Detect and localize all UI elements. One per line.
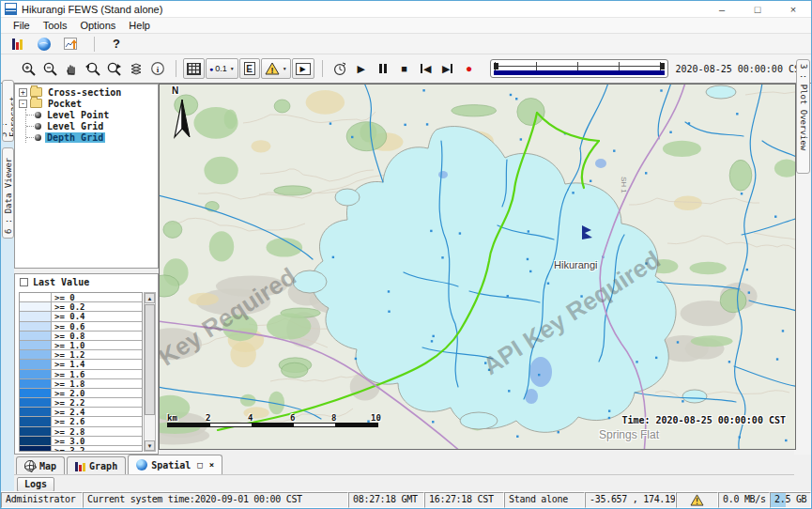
status-transfer-rate: 0.0 MB/s bbox=[718, 492, 770, 508]
slider-end-handle[interactable] bbox=[660, 63, 665, 69]
zoom-previous-icon[interactable] bbox=[83, 58, 103, 79]
svg-text:!: ! bbox=[695, 497, 699, 506]
map-view[interactable]: API Key Required API Key Required N Hiku… bbox=[159, 84, 796, 450]
zoom-in-icon[interactable] bbox=[18, 58, 38, 79]
tab-close-icon[interactable]: × bbox=[209, 460, 214, 470]
tree-item-pocket[interactable]: - Pocket bbox=[17, 98, 158, 109]
tree-item-cross-section[interactable]: + Cross-section bbox=[17, 86, 158, 98]
app-window: Hikurangi FEWS (Stand alone) – □ × FileT… bbox=[0, 0, 812, 509]
time-slider[interactable] bbox=[490, 59, 668, 78]
folder-icon bbox=[30, 87, 42, 97]
legend-row[interactable]: >= 0.4 bbox=[20, 312, 142, 321]
legend-row[interactable]: >= 2.0 bbox=[20, 389, 142, 398]
menu-item-help[interactable]: Help bbox=[122, 19, 157, 32]
status-coordinates: -35.657 , 174.199 bbox=[585, 492, 676, 508]
legend-swatch bbox=[20, 302, 52, 311]
globe-icon[interactable] bbox=[34, 34, 54, 54]
legend-swatch bbox=[20, 437, 52, 445]
legend-row[interactable]: >= 1.2 bbox=[20, 350, 142, 360]
close-button[interactable]: × bbox=[775, 1, 811, 17]
animation-window-button[interactable]: ▶ bbox=[292, 58, 314, 79]
layer-tree-panel: + Cross-section - Pocket Level Point Lev… bbox=[14, 84, 159, 269]
legend-row[interactable]: >= 0.8 bbox=[20, 332, 142, 341]
legend-label: >= 1.8 bbox=[52, 379, 142, 388]
legend-row[interactable]: >= 0.6 bbox=[20, 322, 142, 332]
skip-to-end-button[interactable]: ▶ bbox=[437, 58, 458, 79]
last-value-checkbox[interactable] bbox=[20, 278, 28, 286]
legend-row[interactable]: >= 2.6 bbox=[20, 417, 142, 426]
legend-row[interactable]: >= 3.2 bbox=[20, 446, 142, 452]
layers-icon[interactable] bbox=[126, 58, 146, 79]
tab-plot-overview[interactable]: 3 : Plot Overview bbox=[796, 59, 810, 174]
globe-icon bbox=[136, 459, 147, 470]
scale-unit: km bbox=[167, 413, 177, 423]
tab-spatial[interactable]: Spatial □ × bbox=[128, 455, 222, 474]
label-toggle-button[interactable]: E bbox=[239, 58, 260, 79]
title-bar: Hikurangi FEWS (Stand alone) – □ × bbox=[1, 1, 811, 18]
legend-row[interactable]: >= 0.2 bbox=[20, 302, 142, 312]
interval-dropdown[interactable]: ● 0.1 ▼ bbox=[206, 58, 238, 79]
collapse-icon[interactable]: - bbox=[19, 100, 27, 108]
legend-row[interactable]: >= 1.4 bbox=[20, 360, 142, 369]
legend-scrollbar[interactable]: ▲ ▼ bbox=[144, 292, 156, 452]
status-bar: Administrator Current system time:2020-0… bbox=[1, 491, 811, 508]
pan-hand-icon[interactable] bbox=[61, 58, 82, 79]
menu-item-file[interactable]: File bbox=[7, 19, 37, 32]
scroll-up-icon[interactable]: ▲ bbox=[145, 293, 155, 303]
tree-item-level-point[interactable]: Level Point bbox=[26, 109, 158, 120]
view-tab-bar: Map Graph Spatial □ × bbox=[14, 455, 794, 475]
legend-row[interactable]: >= 2.2 bbox=[20, 398, 142, 408]
legend-swatch bbox=[20, 370, 52, 378]
slider-start-handle[interactable] bbox=[494, 63, 498, 69]
road-label: SH 1 bbox=[620, 177, 628, 193]
pause-button[interactable] bbox=[373, 58, 393, 79]
minimize-button[interactable]: – bbox=[704, 1, 740, 17]
scroll-down-icon[interactable]: ▼ bbox=[145, 440, 155, 451]
menu-item-tools[interactable]: Tools bbox=[37, 19, 74, 32]
node-bullet-icon bbox=[35, 112, 41, 118]
legend-row[interactable]: >= 2.4 bbox=[20, 408, 142, 417]
skip-to-start-button[interactable]: ◀ bbox=[416, 58, 437, 79]
tab-maximize-icon[interactable]: □ bbox=[197, 460, 202, 470]
legend-swatch bbox=[20, 417, 52, 425]
legend-label: >= 2.2 bbox=[52, 398, 142, 407]
legend-row[interactable]: >= 1.8 bbox=[20, 379, 142, 389]
expand-icon[interactable]: + bbox=[19, 88, 27, 97]
logs-button[interactable]: Logs bbox=[17, 477, 54, 492]
last-value-label: Last Value bbox=[33, 277, 89, 287]
legend-row[interactable]: >= 3.0 bbox=[20, 437, 142, 446]
scroll-thumb[interactable] bbox=[145, 304, 155, 415]
zoom-next-icon[interactable] bbox=[104, 58, 125, 79]
legend-row[interactable]: >= 0 bbox=[20, 293, 142, 302]
help-icon[interactable]: ? bbox=[106, 34, 127, 54]
grid-toggle-button[interactable] bbox=[183, 58, 205, 79]
tree-item-depth-grid[interactable]: Depth Grid bbox=[26, 131, 158, 143]
display-graph-icon[interactable] bbox=[61, 34, 82, 54]
timer-icon[interactable] bbox=[329, 58, 350, 79]
node-bullet-icon bbox=[35, 123, 41, 130]
tab-graph[interactable]: Graph bbox=[67, 456, 126, 474]
play-button[interactable]: ▶ bbox=[351, 58, 372, 79]
info-icon[interactable]: i bbox=[147, 58, 168, 79]
legend-label: >= 2.4 bbox=[52, 408, 142, 416]
warning-dropdown[interactable]: ! ▼ bbox=[261, 58, 291, 79]
menu-item-options[interactable]: Options bbox=[73, 19, 122, 32]
legend-label: >= 0 bbox=[52, 293, 142, 301]
zoom-out-icon[interactable] bbox=[39, 58, 60, 79]
tab-data-viewer[interactable]: 6 : Data Viewer bbox=[2, 147, 14, 239]
tab-forecast[interactable]: 5 : Forecast bbox=[2, 80, 14, 142]
tab-map[interactable]: Map bbox=[16, 456, 65, 474]
maximize-button[interactable]: □ bbox=[740, 1, 775, 17]
status-warning-cell[interactable]: ! bbox=[676, 492, 718, 508]
legend-label: >= 0.2 bbox=[52, 302, 142, 311]
legend-row[interactable]: >= 1.6 bbox=[20, 370, 142, 379]
legend-row[interactable]: >= 2.8 bbox=[20, 427, 142, 437]
legend-row[interactable]: >= 1.0 bbox=[20, 341, 142, 350]
record-button[interactable]: ● bbox=[459, 58, 480, 79]
stop-button[interactable]: ■ bbox=[394, 58, 415, 79]
map-canvas[interactable] bbox=[160, 85, 796, 450]
legend-label: >= 2.0 bbox=[52, 389, 142, 397]
explorer-chart-icon[interactable] bbox=[7, 34, 27, 54]
tree-item-level-grid[interactable]: Level Grid bbox=[26, 120, 158, 131]
legend-label: >= 1.6 bbox=[52, 370, 142, 378]
